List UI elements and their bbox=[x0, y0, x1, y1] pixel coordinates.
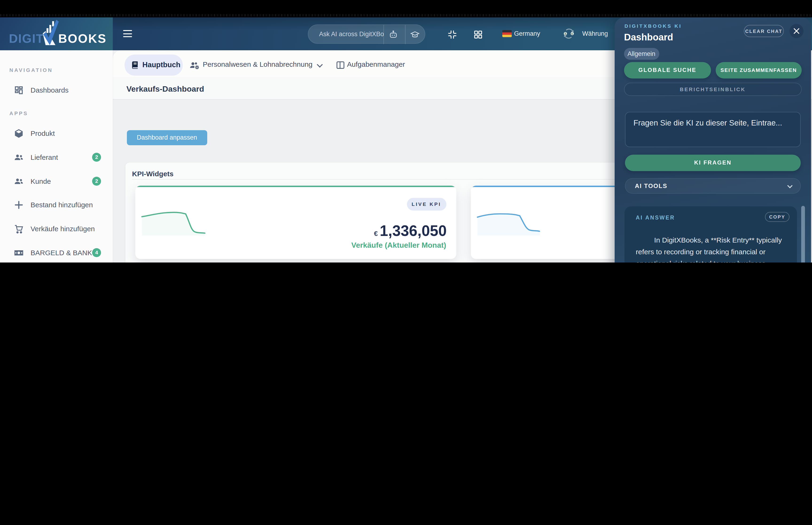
svg-text:€: € bbox=[571, 32, 573, 35]
svg-text:$: $ bbox=[565, 32, 566, 35]
